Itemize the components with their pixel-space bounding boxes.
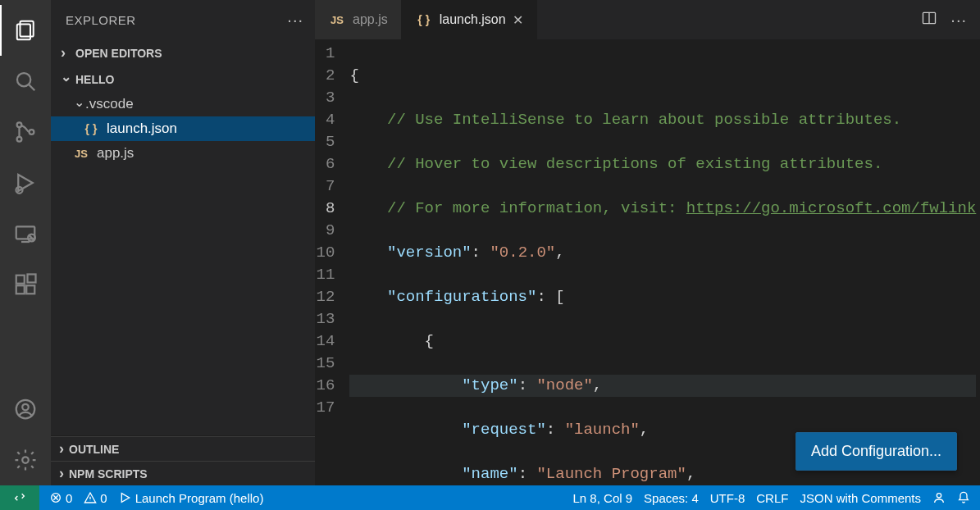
chevron-right-icon [61,44,75,61]
settings-gear-icon[interactable] [0,435,51,485]
notifications-icon[interactable] [957,491,970,504]
status-line-col[interactable]: Ln 8, Col 9 [573,491,633,505]
line-gutter: 1 2 3 4 5 6 7 8 9 10 11 12 13 14 15 16 1 [315,39,349,485]
tab-launch-json[interactable]: { } launch.json ✕ [402,0,537,39]
js-file-icon: JS [72,148,90,160]
activity-bar [0,0,51,485]
json-file-icon: { } [415,13,433,26]
file-label: app.js [97,145,134,162]
open-editors-header[interactable]: OPEN EDITORS [51,39,315,66]
folder-vscode[interactable]: .vscode [51,92,315,116]
json-file-icon: { } [82,122,100,135]
tab-label: app.js [353,12,388,27]
npm-scripts-header[interactable]: NPM SCRIPTS [51,461,315,485]
svg-rect-13 [16,285,25,294]
chevron-down-icon [72,97,85,112]
search-icon[interactable] [0,56,51,107]
svg-point-26 [937,494,941,498]
chevron-down-icon [61,71,75,87]
file-launch-json[interactable]: { } launch.json [51,116,315,141]
status-warnings[interactable]: 0 [84,491,107,505]
status-launch-config[interactable]: Launch Program (hello) [119,491,264,505]
status-language[interactable]: JSON with Comments [800,491,921,505]
file-label: launch.json [107,121,177,137]
editor-area: JS app.js { } launch.json ✕ ··· [315,0,980,485]
status-encoding[interactable]: UTF-8 [710,491,745,505]
code-content[interactable]: { // Use IntelliSense to learn about pos… [349,39,976,485]
outline-label: OUTLINE [69,443,119,456]
sidebar: EXPLORER ··· OPEN EDITORS HELLO .vscode … [51,0,315,485]
svg-rect-14 [26,285,34,294]
extensions-icon[interactable] [0,259,51,310]
accounts-icon[interactable] [0,384,51,435]
status-errors[interactable]: 0 [49,491,72,505]
split-editor-icon[interactable] [921,10,937,30]
run-debug-icon[interactable] [0,157,51,208]
sidebar-more-icon[interactable]: ··· [287,11,303,30]
tabs-row: JS app.js { } launch.json ✕ ··· [315,0,980,39]
status-eol[interactable]: CRLF [756,491,788,505]
minimap[interactable] [976,39,980,485]
folder-label: .vscode [85,96,134,112]
svg-point-18 [22,457,29,463]
svg-point-5 [17,137,22,142]
feedback-icon[interactable] [932,491,946,504]
add-configuration-button[interactable]: Add Configuration... [795,432,957,471]
project-header[interactable]: HELLO [51,66,315,92]
sidebar-title: EXPLORER [66,13,136,27]
svg-line-3 [29,84,34,90]
close-icon[interactable]: ✕ [513,12,523,28]
tab-label: launch.json [440,12,506,27]
editor-more-icon[interactable]: ··· [950,11,967,30]
explorer-icon[interactable] [0,5,51,56]
svg-rect-12 [16,275,25,284]
remote-indicator[interactable] [0,485,39,510]
open-editors-label: OPEN EDITORS [75,47,162,60]
chevron-right-icon [54,465,69,482]
tab-app-js[interactable]: JS app.js [315,0,402,39]
status-bar: 0 0 Launch Program (hello) Ln 8, Col 9 S… [0,485,980,510]
file-tree: .vscode { } launch.json JS app.js [51,92,315,435]
js-file-icon: JS [328,14,346,26]
outline-header[interactable]: OUTLINE [51,436,315,461]
source-control-icon[interactable] [0,107,51,157]
npm-label: NPM SCRIPTS [69,467,148,480]
svg-point-4 [17,122,22,127]
chevron-right-icon [54,440,69,458]
svg-rect-15 [28,275,36,283]
svg-point-17 [22,404,29,411]
file-app-js[interactable]: JS app.js [51,141,315,166]
svg-point-6 [30,130,34,134]
remote-explorer-icon[interactable] [0,208,51,259]
editor-body[interactable]: 1 2 3 4 5 6 7 8 9 10 11 12 13 14 15 16 1 [315,39,980,485]
project-label: HELLO [75,73,114,86]
status-spaces[interactable]: Spaces: 4 [644,491,699,505]
svg-point-2 [17,73,30,86]
